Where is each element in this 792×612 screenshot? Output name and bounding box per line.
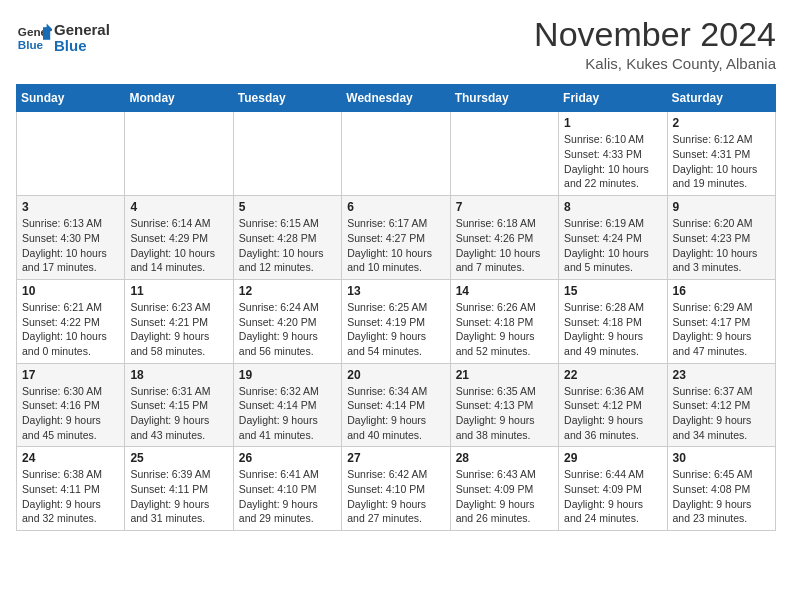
calendar-cell	[342, 112, 450, 196]
weekday-header-sunday: Sunday	[17, 85, 125, 112]
calendar-cell: 29Sunrise: 6:44 AM Sunset: 4:09 PM Dayli…	[559, 447, 667, 531]
day-number: 22	[564, 368, 661, 382]
day-info: Sunrise: 6:35 AM Sunset: 4:13 PM Dayligh…	[456, 384, 553, 443]
logo: General Blue General Blue	[16, 20, 110, 56]
svg-text:Blue: Blue	[18, 38, 44, 51]
day-info: Sunrise: 6:39 AM Sunset: 4:11 PM Dayligh…	[130, 467, 227, 526]
day-info: Sunrise: 6:41 AM Sunset: 4:10 PM Dayligh…	[239, 467, 336, 526]
logo-icon: General Blue	[16, 20, 52, 56]
calendar-cell: 4Sunrise: 6:14 AM Sunset: 4:29 PM Daylig…	[125, 196, 233, 280]
calendar-cell: 13Sunrise: 6:25 AM Sunset: 4:19 PM Dayli…	[342, 279, 450, 363]
calendar-cell: 30Sunrise: 6:45 AM Sunset: 4:08 PM Dayli…	[667, 447, 775, 531]
day-number: 4	[130, 200, 227, 214]
day-number: 11	[130, 284, 227, 298]
weekday-header-monday: Monday	[125, 85, 233, 112]
calendar-cell: 6Sunrise: 6:17 AM Sunset: 4:27 PM Daylig…	[342, 196, 450, 280]
day-number: 13	[347, 284, 444, 298]
day-info: Sunrise: 6:24 AM Sunset: 4:20 PM Dayligh…	[239, 300, 336, 359]
day-number: 19	[239, 368, 336, 382]
day-number: 20	[347, 368, 444, 382]
day-info: Sunrise: 6:32 AM Sunset: 4:14 PM Dayligh…	[239, 384, 336, 443]
calendar-cell: 8Sunrise: 6:19 AM Sunset: 4:24 PM Daylig…	[559, 196, 667, 280]
day-info: Sunrise: 6:20 AM Sunset: 4:23 PM Dayligh…	[673, 216, 770, 275]
day-info: Sunrise: 6:29 AM Sunset: 4:17 PM Dayligh…	[673, 300, 770, 359]
calendar-cell: 20Sunrise: 6:34 AM Sunset: 4:14 PM Dayli…	[342, 363, 450, 447]
month-title: November 2024	[534, 16, 776, 53]
weekday-header-wednesday: Wednesday	[342, 85, 450, 112]
day-info: Sunrise: 6:36 AM Sunset: 4:12 PM Dayligh…	[564, 384, 661, 443]
day-number: 18	[130, 368, 227, 382]
weekday-header-friday: Friday	[559, 85, 667, 112]
calendar-cell	[450, 112, 558, 196]
week-row-0: 1Sunrise: 6:10 AM Sunset: 4:33 PM Daylig…	[17, 112, 776, 196]
day-number: 24	[22, 451, 119, 465]
calendar-header: SundayMondayTuesdayWednesdayThursdayFrid…	[17, 85, 776, 112]
day-info: Sunrise: 6:13 AM Sunset: 4:30 PM Dayligh…	[22, 216, 119, 275]
day-number: 27	[347, 451, 444, 465]
calendar-cell: 1Sunrise: 6:10 AM Sunset: 4:33 PM Daylig…	[559, 112, 667, 196]
day-number: 28	[456, 451, 553, 465]
day-info: Sunrise: 6:26 AM Sunset: 4:18 PM Dayligh…	[456, 300, 553, 359]
day-info: Sunrise: 6:15 AM Sunset: 4:28 PM Dayligh…	[239, 216, 336, 275]
calendar-cell	[17, 112, 125, 196]
weekday-header-thursday: Thursday	[450, 85, 558, 112]
day-info: Sunrise: 6:38 AM Sunset: 4:11 PM Dayligh…	[22, 467, 119, 526]
day-number: 23	[673, 368, 770, 382]
day-info: Sunrise: 6:45 AM Sunset: 4:08 PM Dayligh…	[673, 467, 770, 526]
calendar-cell: 14Sunrise: 6:26 AM Sunset: 4:18 PM Dayli…	[450, 279, 558, 363]
day-info: Sunrise: 6:18 AM Sunset: 4:26 PM Dayligh…	[456, 216, 553, 275]
calendar-cell: 18Sunrise: 6:31 AM Sunset: 4:15 PM Dayli…	[125, 363, 233, 447]
day-number: 12	[239, 284, 336, 298]
day-info: Sunrise: 6:21 AM Sunset: 4:22 PM Dayligh…	[22, 300, 119, 359]
day-info: Sunrise: 6:14 AM Sunset: 4:29 PM Dayligh…	[130, 216, 227, 275]
day-number: 3	[22, 200, 119, 214]
calendar-cell: 2Sunrise: 6:12 AM Sunset: 4:31 PM Daylig…	[667, 112, 775, 196]
header: General Blue General Blue November 2024 …	[16, 16, 776, 72]
page: General Blue General Blue November 2024 …	[0, 0, 792, 547]
day-number: 17	[22, 368, 119, 382]
calendar-cell: 17Sunrise: 6:30 AM Sunset: 4:16 PM Dayli…	[17, 363, 125, 447]
day-info: Sunrise: 6:17 AM Sunset: 4:27 PM Dayligh…	[347, 216, 444, 275]
calendar-cell: 9Sunrise: 6:20 AM Sunset: 4:23 PM Daylig…	[667, 196, 775, 280]
calendar-cell: 12Sunrise: 6:24 AM Sunset: 4:20 PM Dayli…	[233, 279, 341, 363]
day-number: 9	[673, 200, 770, 214]
day-number: 21	[456, 368, 553, 382]
calendar-cell: 28Sunrise: 6:43 AM Sunset: 4:09 PM Dayli…	[450, 447, 558, 531]
day-info: Sunrise: 6:42 AM Sunset: 4:10 PM Dayligh…	[347, 467, 444, 526]
title-area: November 2024 Kalis, Kukes County, Alban…	[534, 16, 776, 72]
day-number: 16	[673, 284, 770, 298]
week-row-3: 17Sunrise: 6:30 AM Sunset: 4:16 PM Dayli…	[17, 363, 776, 447]
day-number: 26	[239, 451, 336, 465]
weekday-row: SundayMondayTuesdayWednesdayThursdayFrid…	[17, 85, 776, 112]
location: Kalis, Kukes County, Albania	[534, 55, 776, 72]
calendar-cell: 25Sunrise: 6:39 AM Sunset: 4:11 PM Dayli…	[125, 447, 233, 531]
calendar-cell: 5Sunrise: 6:15 AM Sunset: 4:28 PM Daylig…	[233, 196, 341, 280]
calendar-cell: 10Sunrise: 6:21 AM Sunset: 4:22 PM Dayli…	[17, 279, 125, 363]
calendar-cell: 26Sunrise: 6:41 AM Sunset: 4:10 PM Dayli…	[233, 447, 341, 531]
day-number: 6	[347, 200, 444, 214]
day-info: Sunrise: 6:43 AM Sunset: 4:09 PM Dayligh…	[456, 467, 553, 526]
day-info: Sunrise: 6:31 AM Sunset: 4:15 PM Dayligh…	[130, 384, 227, 443]
day-number: 30	[673, 451, 770, 465]
day-number: 5	[239, 200, 336, 214]
day-number: 8	[564, 200, 661, 214]
calendar-cell: 11Sunrise: 6:23 AM Sunset: 4:21 PM Dayli…	[125, 279, 233, 363]
day-info: Sunrise: 6:44 AM Sunset: 4:09 PM Dayligh…	[564, 467, 661, 526]
week-row-2: 10Sunrise: 6:21 AM Sunset: 4:22 PM Dayli…	[17, 279, 776, 363]
calendar-cell: 19Sunrise: 6:32 AM Sunset: 4:14 PM Dayli…	[233, 363, 341, 447]
day-number: 7	[456, 200, 553, 214]
week-row-1: 3Sunrise: 6:13 AM Sunset: 4:30 PM Daylig…	[17, 196, 776, 280]
calendar-cell: 23Sunrise: 6:37 AM Sunset: 4:12 PM Dayli…	[667, 363, 775, 447]
day-info: Sunrise: 6:28 AM Sunset: 4:18 PM Dayligh…	[564, 300, 661, 359]
calendar-cell: 15Sunrise: 6:28 AM Sunset: 4:18 PM Dayli…	[559, 279, 667, 363]
day-info: Sunrise: 6:19 AM Sunset: 4:24 PM Dayligh…	[564, 216, 661, 275]
day-info: Sunrise: 6:10 AM Sunset: 4:33 PM Dayligh…	[564, 132, 661, 191]
week-row-4: 24Sunrise: 6:38 AM Sunset: 4:11 PM Dayli…	[17, 447, 776, 531]
day-info: Sunrise: 6:12 AM Sunset: 4:31 PM Dayligh…	[673, 132, 770, 191]
calendar-cell: 21Sunrise: 6:35 AM Sunset: 4:13 PM Dayli…	[450, 363, 558, 447]
weekday-header-tuesday: Tuesday	[233, 85, 341, 112]
day-number: 14	[456, 284, 553, 298]
logo-general: General	[54, 21, 110, 38]
day-info: Sunrise: 6:34 AM Sunset: 4:14 PM Dayligh…	[347, 384, 444, 443]
day-info: Sunrise: 6:30 AM Sunset: 4:16 PM Dayligh…	[22, 384, 119, 443]
